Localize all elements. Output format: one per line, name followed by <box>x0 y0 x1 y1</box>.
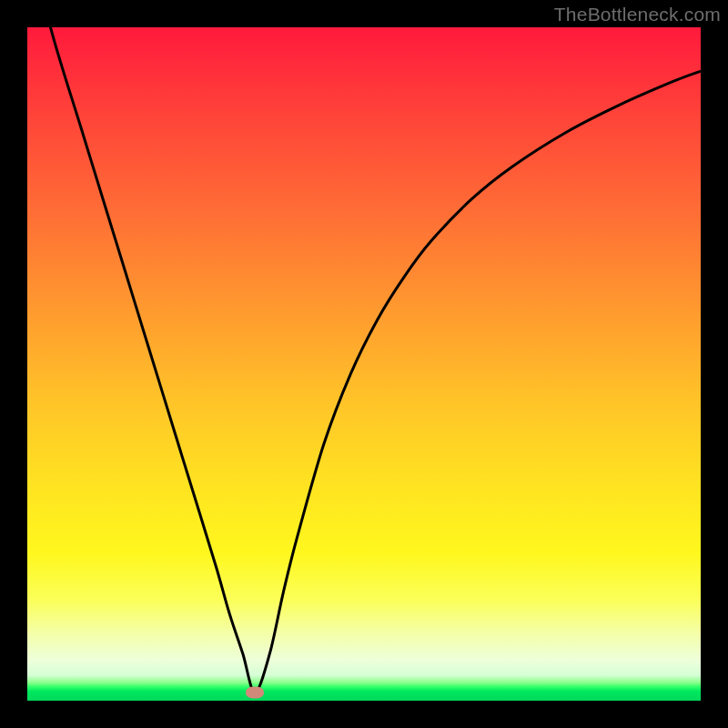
chart-frame: TheBottleneck.com <box>0 0 728 728</box>
minimum-marker <box>246 687 264 699</box>
curve-svg <box>27 27 701 701</box>
plot-area <box>27 27 701 701</box>
watermark-text: TheBottleneck.com <box>554 4 721 25</box>
bottleneck-curve <box>27 27 701 693</box>
